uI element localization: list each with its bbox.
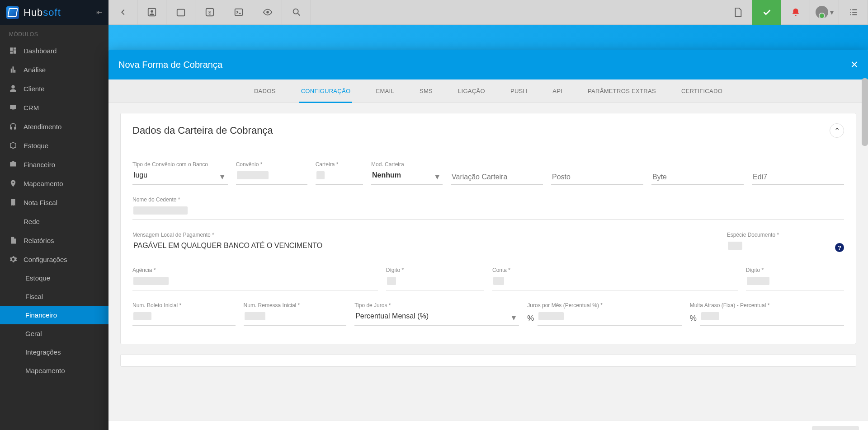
- input-msg-pagamento[interactable]: PAGÁVEL EM QUALQUER BANCO ATÉ O VENCIMEN…: [132, 240, 719, 255]
- input-num-boleto[interactable]: [132, 310, 236, 326]
- calendar-button[interactable]: [166, 0, 195, 25]
- input-posto[interactable]: [551, 169, 643, 185]
- main-area: $ ▾ Ações AÇÕES AÇÕES AÇÕES AÇÕES AÇÕES …: [108, 0, 868, 430]
- sidebar-item-financeiro[interactable]: Financeiro: [0, 155, 108, 174]
- select-tipo-convenio[interactable]: Iugu ▼: [132, 169, 228, 185]
- lbl-num-remessa: Num. Remessa Inicial *: [244, 302, 347, 308]
- status-ok-button[interactable]: [752, 0, 781, 25]
- help-icon[interactable]: ?: [835, 243, 844, 252]
- input-byte[interactable]: [651, 169, 744, 185]
- sidebar-sub-financeiro[interactable]: Financeiro: [0, 306, 108, 324]
- input-convenio[interactable]: [236, 169, 307, 185]
- box-icon: [9, 141, 17, 150]
- tab-parametros[interactable]: PARÂMETROS EXTRAS: [586, 79, 658, 103]
- input-agencia[interactable]: [132, 275, 378, 290]
- sidebar-item-config[interactable]: Configurações: [0, 250, 108, 269]
- panel-carteira: Dados da Carteira de Cobrança ⌃ Tipo de …: [120, 113, 856, 344]
- lbl-nome-cedente: Nome do Cedente *: [132, 196, 844, 203]
- tab-email[interactable]: EMAIL: [374, 79, 396, 103]
- tab-dados[interactable]: DADOS: [252, 79, 278, 103]
- person-button[interactable]: [137, 0, 166, 25]
- layout-toggle-button[interactable]: [839, 0, 868, 25]
- modal-footer: SALVAR: [108, 420, 868, 430]
- sidebar-item-rede[interactable]: Rede: [0, 212, 108, 231]
- search-button[interactable]: [282, 0, 311, 25]
- money-button[interactable]: $: [195, 0, 224, 25]
- search-icon: [292, 7, 302, 17]
- lbl-msg-pagamento: Mensagem Local de Pagamento *: [132, 232, 719, 238]
- panel-collapsed-next[interactable]: [120, 354, 856, 367]
- tab-api[interactable]: API: [551, 79, 564, 103]
- notifications-button[interactable]: [781, 0, 810, 25]
- list-icon: [849, 7, 859, 17]
- sidebar-item-estoque[interactable]: Estoque: [0, 136, 108, 155]
- lbl-juros-mes: Juros por Mês (Percentual %) *: [527, 302, 681, 308]
- modal-overlay: Nova Forma de Cobrança × DADOS CONFIGURA…: [108, 25, 868, 430]
- eye-icon: [263, 7, 273, 17]
- topbar: $ ▾: [108, 0, 868, 25]
- avatar-icon: [816, 6, 828, 19]
- input-especie-doc[interactable]: [727, 240, 832, 255]
- panel-collapse-button[interactable]: ⌃: [830, 123, 844, 138]
- lbl-multa: Multa Atraso (Fixa) - Percentual *: [690, 302, 844, 308]
- input-carteira[interactable]: [316, 169, 363, 185]
- sidebar-item-analise[interactable]: Análise: [0, 60, 108, 79]
- lbl-agencia: Agência *: [132, 267, 378, 273]
- input-variacao[interactable]: [451, 169, 543, 185]
- sidebar-sub-fiscal[interactable]: Fiscal: [0, 287, 108, 306]
- lbl-convenio: Convênio *: [236, 161, 307, 168]
- modal-body: Dados da Carteira de Cobrança ⌃ Tipo de …: [108, 103, 868, 420]
- sidebar-item-dashboard[interactable]: Dashboard: [0, 41, 108, 60]
- svg-point-7: [293, 9, 298, 14]
- svg-rect-5: [235, 9, 242, 16]
- eye-button[interactable]: [253, 0, 282, 25]
- input-digito-agencia[interactable]: [386, 275, 484, 290]
- tab-sms[interactable]: SMS: [418, 79, 434, 103]
- tab-ligacao[interactable]: LIGAÇÃO: [456, 79, 487, 103]
- sidebar-item-relatorios[interactable]: Relatórios: [0, 231, 108, 250]
- lbl-mod-carteira: Mod. Carteira: [371, 161, 443, 168]
- tab-certificado[interactable]: CERTIFICADO: [679, 79, 724, 103]
- modal-title: Nova Forma de Cobrança: [118, 60, 222, 70]
- back-button[interactable]: [108, 0, 137, 25]
- save-button[interactable]: SALVAR: [812, 426, 859, 430]
- sidebar-sub-integracoes[interactable]: Integrações: [0, 343, 108, 361]
- tab-push[interactable]: PUSH: [509, 79, 529, 103]
- tab-configuracao[interactable]: CONFIGURAÇÃO: [299, 79, 353, 103]
- input-num-remessa[interactable]: [244, 310, 347, 326]
- pdf-button[interactable]: [723, 0, 752, 25]
- sidebar-item-mapeamento[interactable]: Mapeamento: [0, 174, 108, 193]
- calendar-icon: [176, 7, 186, 17]
- document-icon: [9, 236, 17, 244]
- select-tipo-juros[interactable]: Percentual Mensal (%) ▼: [354, 310, 519, 326]
- input-nome-cedente[interactable]: [132, 205, 844, 220]
- sidebar-sub-geral[interactable]: Geral: [0, 324, 108, 343]
- sidebar-item-notafiscal[interactable]: Nota Fiscal: [0, 193, 108, 212]
- user-menu-button[interactable]: ▾: [810, 0, 839, 25]
- sidebar-sub-mapeamento[interactable]: Mapeamento: [0, 361, 108, 380]
- input-digito-conta[interactable]: [746, 275, 844, 290]
- svg-rect-2: [177, 9, 184, 16]
- input-multa[interactable]: [700, 310, 844, 326]
- network-icon: [9, 217, 17, 225]
- lbl-num-boleto: Num. Boleto Inicial *: [132, 302, 236, 308]
- map-pin-icon: [9, 179, 17, 187]
- svg-text:$: $: [208, 10, 211, 15]
- dollar-icon: $: [205, 7, 215, 17]
- select-mod-carteira[interactable]: Nenhum ▼: [371, 169, 443, 185]
- sidebar-item-crm[interactable]: CRM: [0, 98, 108, 117]
- terminal-button[interactable]: [224, 0, 253, 25]
- input-edi7[interactable]: [752, 169, 844, 185]
- input-juros-mes[interactable]: [538, 310, 681, 326]
- sidebar-sub-estoque[interactable]: Estoque: [0, 269, 108, 287]
- receipt-icon: [9, 198, 17, 206]
- modal-scrollbar[interactable]: [862, 78, 868, 146]
- lbl-especie-doc: Espécie Documento *: [727, 232, 844, 238]
- input-conta[interactable]: [492, 275, 738, 290]
- svg-point-6: [266, 11, 269, 14]
- sidebar-item-atendimento[interactable]: Atendimento: [0, 117, 108, 136]
- sidebar-collapse-icon[interactable]: ⇤: [96, 8, 102, 17]
- modal-close-button[interactable]: ×: [851, 57, 858, 72]
- sidebar-item-cliente[interactable]: Cliente: [0, 79, 108, 98]
- pdf-icon: [733, 7, 743, 17]
